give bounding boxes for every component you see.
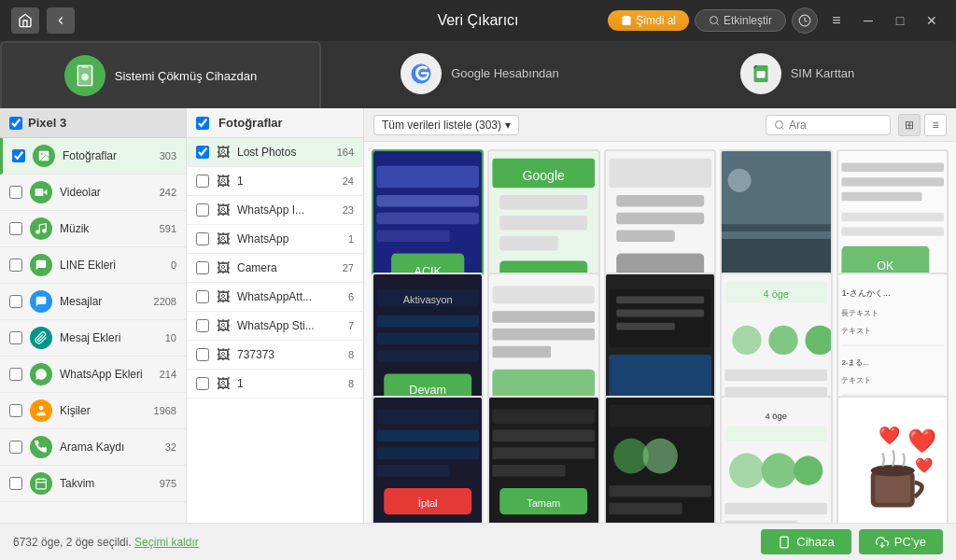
- photo-inner-13: [606, 398, 714, 523]
- clear-selection-link[interactable]: Seçimi kaldır: [134, 536, 199, 549]
- photo-item-14[interactable]: 4 öge 🗑: [720, 396, 832, 523]
- subpanel-count-lost: 164: [337, 147, 354, 158]
- sidebar-checkbox-music[interactable]: [9, 222, 22, 235]
- sidebar-checkbox-photos[interactable]: [12, 149, 25, 162]
- subpanel-item-whatsapp[interactable]: 🖼 WhatsApp 1: [187, 225, 363, 254]
- sidebar-item-line[interactable]: LINE Ekleri 0: [0, 247, 186, 284]
- svg-rect-94: [376, 429, 479, 441]
- photo-item-13[interactable]: 🗑: [604, 396, 716, 523]
- tab-google-label: Google Hesabından: [451, 66, 559, 80]
- history-button[interactable]: [792, 7, 818, 34]
- tab-google-icon: [401, 53, 442, 94]
- subpanel-item-whatsapp-images[interactable]: 🖼 WhatsApp I... 23: [187, 196, 363, 225]
- svg-point-80: [769, 326, 798, 355]
- subpanel-label-folder1: 1: [237, 175, 335, 188]
- subpanel-checkbox-737[interactable]: [196, 348, 209, 361]
- sidebar-checkbox-attachments[interactable]: [9, 331, 22, 344]
- maximize-button[interactable]: □: [887, 7, 913, 34]
- minimize-button[interactable]: ─: [855, 7, 881, 34]
- photo-item-15[interactable]: ❤️ ❤️ ❤️ 🗑: [836, 396, 949, 523]
- sidebar-checkbox-whatsapp[interactable]: [9, 368, 22, 381]
- subpanel-checkbox-folder2[interactable]: [196, 377, 209, 390]
- svg-text:Aktivasyon: Aktivasyon: [403, 294, 453, 305]
- photo-grid: AÇIK 🗑 Google: [364, 142, 956, 523]
- tab-google[interactable]: Google Hesabından: [321, 41, 639, 108]
- sidebar-checkbox-line[interactable]: [9, 259, 22, 272]
- tab-crashed[interactable]: Sistemi Çökmüş Cihazdan: [0, 41, 321, 108]
- sidebar-checkbox-messages[interactable]: [9, 295, 22, 308]
- subpanel-item-folder2[interactable]: 🖼 1 8: [187, 370, 363, 399]
- device-icon: [778, 536, 791, 549]
- subpanel-checkbox-whatsappatt[interactable]: [196, 290, 209, 303]
- save-to-device-button[interactable]: Cihaza: [761, 529, 851, 554]
- tab-crashed-icon: [64, 55, 105, 96]
- subpanel-item-737[interactable]: 🖼 737373 8: [187, 341, 363, 370]
- subpanel-item-whatsappatt[interactable]: 🖼 WhatsAppAtt... 6: [187, 283, 363, 312]
- photo-item-11[interactable]: İptal 🗑: [372, 396, 484, 523]
- list-view-button[interactable]: ≡: [924, 114, 947, 136]
- sidebar-count-photos: 303: [160, 150, 176, 161]
- sidebar-count-music: 591: [160, 223, 176, 234]
- subpanel-checkbox-lost[interactable]: [196, 146, 209, 159]
- buy-label: Şimdi al: [636, 14, 676, 27]
- sidebar-item-music[interactable]: Müzik 591: [0, 211, 186, 247]
- menu-button[interactable]: ≡: [823, 7, 850, 34]
- search-input[interactable]: [789, 119, 882, 132]
- subpanel-label-folder2: 1: [237, 377, 341, 390]
- photo-item-12[interactable]: Tamam 🗑: [487, 396, 599, 523]
- subpanel-checkbox-whatsapp[interactable]: [196, 232, 209, 245]
- subpanel-select-all[interactable]: [196, 117, 209, 130]
- subpanel-checkbox-folder1[interactable]: [196, 175, 209, 188]
- sidebar-checkbox-videos[interactable]: [9, 186, 22, 199]
- svg-rect-110: [609, 485, 711, 497]
- svg-rect-125: [875, 475, 910, 503]
- filter-dropdown[interactable]: Tüm verileri listele (303) ▾: [373, 115, 519, 135]
- sidebar-checkbox-calendar[interactable]: [9, 477, 22, 490]
- photo-inner-11: İptal: [373, 398, 482, 523]
- subpanel-item-whatsappsti[interactable]: 🖼 WhatsApp Sti... 7: [187, 312, 363, 341]
- sidebar-item-photos[interactable]: Fotoğraflar 303: [0, 138, 186, 175]
- subpanel-checkbox-whatsapp-images[interactable]: [196, 203, 209, 217]
- sidebar-item-calls[interactable]: Arama Kaydı 32: [0, 429, 186, 466]
- tab-sim[interactable]: SIM Karttan: [639, 41, 956, 108]
- grid-view-button[interactable]: ⊞: [898, 114, 921, 136]
- footer-buttons: Cihaza PC'ye: [761, 529, 943, 554]
- svg-point-16: [39, 406, 44, 411]
- sidebar-item-videos[interactable]: Videolar 242: [0, 175, 186, 211]
- sidebar-count-messages: 2208: [154, 296, 176, 307]
- pc-btn-label: PC'ye: [894, 535, 926, 549]
- subpanel-item-camera[interactable]: 🖼 Camera 27: [187, 254, 363, 283]
- svg-rect-88: [841, 344, 944, 346]
- sidebar-count-contacts: 1968: [154, 405, 176, 416]
- sidebar-item-messages[interactable]: Mesajlar 2208: [0, 284, 186, 320]
- activate-button[interactable]: Etkinleştir: [695, 9, 786, 32]
- sidebar-label-line: LINE Ekleri: [60, 259, 163, 272]
- subpanel-item-folder1[interactable]: 🖼 1 24: [187, 167, 363, 196]
- buy-button[interactable]: Şimdi al: [608, 10, 689, 31]
- svg-rect-41: [616, 231, 675, 243]
- close-button[interactable]: ✕: [919, 7, 945, 34]
- sidebar-select-all[interactable]: [9, 117, 22, 130]
- svg-rect-118: [725, 503, 828, 515]
- home-button[interactable]: [11, 7, 39, 34]
- sidebar-item-contacts[interactable]: Kişiler 1968: [0, 393, 186, 429]
- subpanel-checkbox-camera[interactable]: [196, 261, 209, 274]
- subpanel-item-lost[interactable]: 🖼 Lost Photos 164: [187, 138, 363, 167]
- subpanel-checkbox-whatsappsti[interactable]: [196, 319, 209, 332]
- sidebar-checkbox-contacts[interactable]: [9, 404, 22, 417]
- svg-rect-34: [500, 216, 588, 231]
- subpanel-icon-whatsappatt: 🖼: [217, 289, 230, 304]
- save-to-pc-button[interactable]: PC'ye: [859, 529, 943, 554]
- sidebar-checkbox-calls[interactable]: [9, 441, 22, 454]
- back-button[interactable]: [47, 7, 75, 34]
- sidebar-item-whatsapp[interactable]: WhatsApp Ekleri 214: [0, 357, 186, 393]
- subpanel-icon-whatsappsti: 🖼: [217, 318, 230, 333]
- tab-sim-label: SIM Karttan: [791, 66, 855, 80]
- sidebar-item-calendar[interactable]: Takvim 975: [0, 466, 186, 502]
- sidebar-item-attachments[interactable]: Mesaj Ekleri 10: [0, 320, 186, 357]
- svg-rect-65: [493, 287, 596, 304]
- svg-rect-38: [609, 159, 711, 188]
- svg-point-14: [36, 231, 40, 234]
- svg-point-126: [870, 465, 914, 477]
- toolbar-right: ⊞ ≡: [766, 114, 947, 136]
